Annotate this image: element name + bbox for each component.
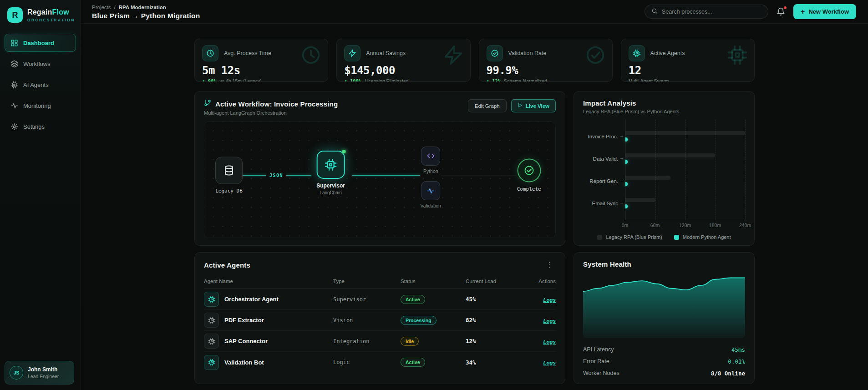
agent-row: Validation BotLogicActive34%Logs	[204, 352, 556, 373]
agent-load: 12%	[466, 338, 520, 344]
chip-icon	[325, 158, 337, 171]
logs-link[interactable]: Logs	[543, 339, 556, 344]
brand-name: RegainFlow	[27, 8, 75, 16]
agent-chip-icon-box	[204, 334, 219, 349]
stat-card-note: vs 4h 15m (Legacy)	[220, 78, 262, 82]
sidebar-item-settings[interactable]: Settings	[5, 117, 76, 136]
legend-label: Modern Python Agent	[683, 234, 731, 240]
pulse-icon	[10, 102, 18, 110]
brand: R RegainFlow ORCHESTRATION	[0, 0, 81, 32]
workflow-node-python[interactable]: Python	[421, 147, 440, 174]
workflow-node-label: Legacy DB	[215, 187, 243, 193]
agent-name-cell: Validation Bot	[204, 355, 333, 370]
workflow-canvas[interactable]: JSONLegacy DBSupervisorLangChainPythonVa…	[204, 122, 556, 238]
axis-tick-label: 0m	[622, 223, 629, 228]
topbar: Projects / RPA Modernization Blue Prism …	[81, 0, 868, 24]
workflow-node-label: Complete	[517, 186, 541, 192]
modern-bar	[625, 182, 628, 186]
stat-card-subtext: ↑ 12%Schema Normalized	[487, 78, 605, 82]
chip-icon	[208, 317, 215, 324]
user-role: Lead Engineer	[28, 374, 59, 379]
stat-card-delta: ↑ 98%	[202, 78, 217, 82]
sidebar-item-monitoring[interactable]: Monitoring	[5, 96, 76, 115]
stat-card-icon-box	[202, 45, 218, 61]
agent-name: PDF Extractor	[224, 317, 264, 324]
agent-chip-icon-box	[204, 313, 219, 328]
breadcrumb-current[interactable]: RPA Modernization	[119, 5, 166, 10]
stat-card-note: Licensing Eliminated	[365, 78, 408, 82]
workflow-node-label: Python	[423, 168, 438, 174]
plus-icon: +	[801, 8, 805, 15]
breadcrumb-projects[interactable]: Projects	[92, 5, 111, 10]
new-workflow-button[interactable]: + New Workflow	[793, 4, 856, 19]
logs-link[interactable]: Logs	[543, 318, 556, 324]
notifications-button[interactable]	[777, 7, 785, 16]
sidebar-item-label: Dashboard	[23, 40, 54, 46]
pulse-icon	[427, 187, 435, 195]
workflow-node-complete[interactable]: Complete	[517, 158, 541, 192]
agent-actions-cell: Logs	[520, 295, 556, 304]
legacy-bar	[625, 131, 745, 135]
axis-tick-label: 240m	[739, 223, 751, 228]
breadcrumb: Projects / RPA Modernization	[92, 5, 200, 10]
gear-icon	[10, 123, 18, 131]
chip-icon	[10, 81, 18, 89]
logs-link[interactable]: Logs	[543, 297, 556, 303]
sidebar-item-workflows[interactable]: Workflows	[5, 55, 76, 73]
health-stat-label: Error Rate	[583, 358, 609, 365]
workflow-node-label: Validation	[421, 203, 441, 208]
status-badge: Active	[401, 358, 425, 367]
avatar: JS	[10, 366, 23, 380]
legacy-bar	[625, 176, 670, 180]
agent-name: Orchestrator Agent	[224, 296, 279, 303]
agent-chip-icon-box	[204, 292, 219, 307]
stat-card-icon-box	[487, 45, 503, 61]
chip-icon	[727, 45, 748, 66]
clock-icon	[206, 49, 214, 57]
sidebar-item-dashboard[interactable]: Dashboard	[5, 34, 76, 52]
stat-card-ghost-icon-wrap	[443, 45, 464, 67]
stat-card-subtext: Multi-Agent Swarm	[629, 78, 747, 82]
gridline	[745, 120, 746, 220]
agent-status-cell: Processing	[401, 316, 466, 325]
impact-bar-group	[625, 147, 745, 170]
status-badge: Active	[401, 295, 425, 304]
edit-graph-button[interactable]: Edit Graph	[468, 99, 507, 112]
stat-card-delta: ↑ 12%	[487, 78, 501, 82]
workflow-node-box	[421, 181, 440, 200]
branch-icon	[204, 99, 211, 108]
workflow-node-box	[421, 147, 440, 166]
health-stat-label: Worker Nodes	[583, 370, 619, 376]
workflow-node-legacy-db[interactable]: Legacy DB	[215, 157, 243, 193]
agent-status-cell: Idle	[401, 337, 466, 346]
search-input[interactable]	[662, 9, 761, 15]
layers-icon	[10, 60, 18, 68]
sidebar-item-label: Monitoring	[23, 102, 51, 109]
sidebar-item-label: Workflows	[23, 61, 51, 67]
code-icon	[427, 152, 435, 160]
play-icon	[518, 103, 523, 109]
agent-actions-cell: Logs	[520, 337, 556, 345]
app-root: R RegainFlow ORCHESTRATION DashboardWork…	[0, 0, 868, 390]
impact-category-label: Email Sync	[583, 192, 625, 214]
search-box[interactable]	[645, 5, 768, 19]
agent-name: Validation Bot	[224, 359, 264, 366]
legacy-bar	[625, 198, 655, 202]
agents-table: Agent NameTypeStatusCurrent LoadActionsO…	[204, 276, 556, 373]
column-header-type: Type	[333, 279, 401, 284]
system-health-panel: System Health API Latency45msError Rate0…	[574, 252, 755, 384]
workflow-node-supervisor[interactable]: SupervisorLangChain	[316, 151, 345, 195]
workflow-node-validation[interactable]: Validation	[421, 181, 441, 208]
health-stat-label: API Latency	[583, 346, 614, 353]
agent-name-cell: SAP Connector	[204, 334, 333, 349]
impact-subtitle: Legacy RPA (Blue Prism) vs Python Agents	[583, 109, 745, 114]
legend-swatch	[597, 235, 602, 240]
workflow-node-label: Supervisor	[316, 182, 345, 189]
sidebar-item-ai-agents[interactable]: AI Agents	[5, 76, 76, 94]
axis-tick-label: 120m	[679, 223, 691, 228]
live-view-button[interactable]: Live View	[511, 99, 556, 112]
user-chip[interactable]: JS John Smith Lead Engineer	[5, 361, 74, 385]
kebab-menu-icon[interactable]: ⋮	[543, 260, 556, 269]
logs-link[interactable]: Logs	[543, 360, 556, 365]
main-area: Projects / RPA Modernization Blue Prism …	[81, 0, 868, 390]
